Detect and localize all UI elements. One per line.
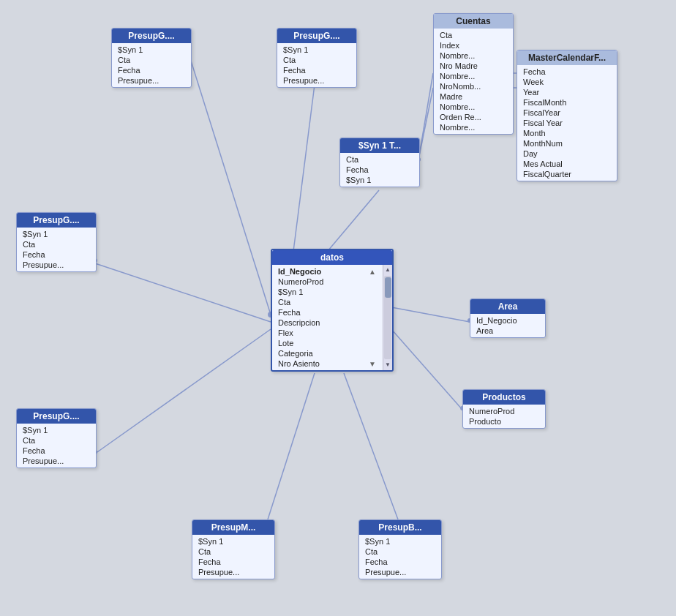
productos-table: Productos NumeroProd Producto — [462, 389, 546, 429]
presupm-table: PresupM... $Syn 1 Cta Fecha Presupue... — [192, 519, 275, 579]
table-row: Presupue... — [277, 75, 356, 86]
table-row: Presupue... — [192, 567, 274, 577]
table-row: Fecha — [17, 446, 96, 456]
svg-line-3 — [418, 88, 433, 159]
table-row: Id_Negocio ▲ — [272, 266, 382, 277]
presupg2-header: PresupG.... — [277, 29, 356, 43]
table-row: Nombre... — [434, 50, 513, 61]
presupb-header: PresupB... — [359, 520, 441, 535]
svg-line-22 — [418, 73, 433, 159]
table-row: Producto — [463, 416, 545, 427]
presupg3-header: PresupG.... — [17, 213, 96, 228]
presupg4-body: $Syn 1 Cta Fecha Presupue... — [17, 424, 96, 467]
table-row: Nombre... — [434, 102, 513, 112]
cuentas-body: Cta Index Nombre... Nro Madre Nombre... … — [434, 29, 513, 134]
presupg1-table: PresupG.... $Syn 1 Cta Fecha Presupue... — [111, 28, 192, 88]
table-row: Nombre... — [434, 71, 513, 81]
presupg1-body: $Syn 1 Cta Fecha Presupue... — [112, 43, 191, 87]
presupg4-table: PresupG.... $Syn 1 Cta Fecha Presupue... — [16, 408, 97, 468]
syn1t-header: $Syn 1 T... — [340, 138, 419, 153]
table-row: Nro Asiento ▼ — [272, 358, 382, 369]
table-row: $Syn 1 — [192, 536, 274, 546]
table-row: Fecha — [359, 557, 441, 567]
table-row: Cta — [112, 55, 191, 65]
table-row: Flex — [272, 328, 382, 338]
table-row: Day — [517, 149, 617, 159]
svg-line-7 — [391, 307, 470, 322]
table-row: Cta — [277, 55, 356, 65]
table-row: Index — [434, 40, 513, 50]
presupm-header: PresupM... — [192, 520, 274, 535]
presupb-table: PresupB... $Syn 1 Cta Fecha Presupue... — [358, 519, 442, 579]
table-row: NroNomb... — [434, 81, 513, 91]
table-row: Nro Madre — [434, 61, 513, 71]
presupm-body: $Syn 1 Cta Fecha Presupue... — [192, 535, 274, 579]
svg-line-0 — [190, 59, 271, 315]
table-row: Lote — [272, 338, 382, 348]
area-header: Area — [470, 299, 545, 314]
table-row: Presupue... — [359, 567, 441, 577]
svg-line-9 — [268, 373, 315, 519]
table-row: Fecha — [17, 249, 96, 260]
table-row: Cta — [340, 154, 419, 165]
table-row: $Syn 1 — [17, 425, 96, 435]
table-row: Area — [470, 326, 545, 336]
table-row: Fecha — [272, 307, 382, 318]
table-row: Fiscal Year — [517, 118, 617, 128]
table-row: NumeroProd — [463, 406, 545, 416]
area-table: Area Id_Negocio Area — [470, 298, 546, 338]
svg-line-6 — [95, 329, 271, 454]
presupg4-header: PresupG.... — [17, 409, 96, 424]
svg-line-8 — [391, 329, 462, 410]
table-row: $Syn 1 — [17, 229, 96, 239]
table-row: Fecha — [517, 67, 617, 77]
table-row: Id_Negocio — [470, 315, 545, 326]
table-row: Madre — [434, 91, 513, 102]
table-row: Cta — [434, 30, 513, 40]
table-row: Presupue... — [17, 260, 96, 270]
table-row: MonthNum — [517, 138, 617, 149]
cuentas-header: Cuentas — [434, 14, 513, 29]
table-row: Categoria — [272, 348, 382, 358]
presupg1-header: PresupG.... — [112, 29, 191, 43]
productos-body: NumeroProd Producto — [463, 405, 545, 428]
table-row: $Syn 1 — [277, 45, 356, 55]
table-row: Fecha — [192, 557, 274, 567]
syn1t-table: $Syn 1 T... Cta Fecha $Syn 1 — [339, 138, 420, 187]
svg-line-10 — [344, 373, 398, 519]
presupg3-body: $Syn 1 Cta Fecha Presupue... — [17, 228, 96, 271]
productos-header: Productos — [463, 390, 545, 405]
table-row: Orden Re... — [434, 112, 513, 122]
table-row: Cta — [359, 546, 441, 557]
table-row: FiscalYear — [517, 108, 617, 118]
table-row: Cta — [192, 546, 274, 557]
table-row: Fecha — [340, 165, 419, 175]
syn1t-body: Cta Fecha $Syn 1 — [340, 153, 419, 187]
table-row: $Syn 1 — [340, 175, 419, 185]
table-row: Presupue... — [17, 456, 96, 466]
datos-header: datos — [272, 250, 392, 265]
presupg2-body: $Syn 1 Cta Fecha Presupue... — [277, 43, 356, 87]
table-row: Week — [517, 77, 617, 87]
cuentas-table: Cuentas Cta Index Nombre... Nro Madre No… — [433, 13, 514, 135]
presupg2-table: PresupG.... $Syn 1 Cta Fecha Presupue... — [277, 28, 357, 88]
master-calendar-header: MasterCalendarF... — [517, 50, 617, 65]
master-calendar-body: Fecha Week Year FiscalMonth FiscalYear F… — [517, 65, 617, 181]
table-row: Cta — [17, 239, 96, 249]
table-row: NumeroProd — [272, 277, 382, 287]
svg-line-5 — [95, 263, 271, 322]
table-row: Year — [517, 87, 617, 97]
table-row: $Syn 1 — [272, 287, 382, 297]
table-row: Cta — [272, 297, 382, 307]
datos-body: Id_Negocio ▲ NumeroProd $Syn 1 Cta Fecha… — [272, 265, 392, 370]
table-row: FiscalQuarter — [517, 169, 617, 179]
master-calendar-table: MasterCalendarF... Fecha Week Year Fisca… — [517, 50, 617, 181]
presupb-body: $Syn 1 Cta Fecha Presupue... — [359, 535, 441, 579]
table-row: FiscalMonth — [517, 97, 617, 108]
table-row: Nombre... — [434, 122, 513, 132]
area-body: Id_Negocio Area — [470, 314, 545, 337]
table-row: Presupue... — [112, 75, 191, 86]
presupg3-table: PresupG.... $Syn 1 Cta Fecha Presupue... — [16, 212, 97, 272]
table-row: Fecha — [112, 65, 191, 75]
table-row: Cta — [17, 435, 96, 446]
